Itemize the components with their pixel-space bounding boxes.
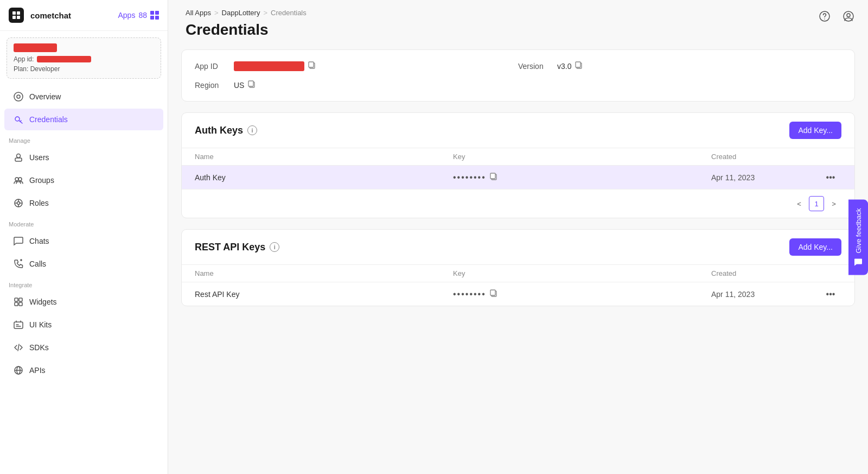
moderate-section-label: Moderate bbox=[0, 214, 168, 230]
rest-api-key-copy-button[interactable] bbox=[489, 289, 498, 299]
app-id-value-bar bbox=[37, 56, 91, 62]
sdks-icon bbox=[13, 342, 24, 353]
svg-point-11 bbox=[15, 178, 18, 181]
region-copy-button[interactable] bbox=[247, 80, 256, 90]
svg-rect-1 bbox=[17, 11, 20, 15]
sidebar-item-apis[interactable]: APIs bbox=[4, 359, 163, 381]
auth-keys-title: Auth Keys i bbox=[195, 125, 257, 136]
widgets-icon bbox=[13, 296, 24, 307]
add-rest-api-key-button[interactable]: Add Key... bbox=[789, 238, 841, 256]
sidebar-item-overview[interactable]: Overview bbox=[4, 86, 163, 108]
svg-point-33 bbox=[847, 14, 850, 17]
feedback-label: Give feedback bbox=[854, 208, 863, 253]
auth-keys-page-1-button[interactable]: 1 bbox=[809, 196, 824, 211]
calls-icon bbox=[13, 258, 24, 269]
app-id-field: App ID bbox=[195, 61, 518, 71]
auth-key-row: Auth Key •••••••• Apr 11, 2023 ••• bbox=[182, 165, 854, 189]
breadcrumb-all-apps[interactable]: All Apps bbox=[186, 9, 211, 17]
auth-key-more-button[interactable]: ••• bbox=[820, 173, 841, 182]
app-id-value bbox=[234, 61, 316, 71]
sidebar-item-uikits-label: UI Kits bbox=[29, 320, 52, 329]
rest-key-col-header: Key bbox=[453, 269, 711, 277]
sidebar-item-uikits[interactable]: UI Kits bbox=[4, 314, 163, 336]
sidebar-item-apis-label: APIs bbox=[29, 366, 46, 375]
sidebar-item-credentials-label: Credentials bbox=[29, 115, 68, 124]
version-value: v3.0 bbox=[557, 61, 583, 71]
credentials-icon bbox=[13, 114, 24, 125]
credentials-grid: App ID Version v3.0 bbox=[182, 50, 854, 101]
sidebar-item-credentials[interactable]: Credentials bbox=[4, 109, 163, 130]
sidebar-item-groups-label: Groups bbox=[29, 176, 54, 185]
sidebar-item-users[interactable]: Users bbox=[4, 147, 163, 168]
auth-key-copy-button[interactable] bbox=[489, 172, 498, 182]
auth-key-col-header: Key bbox=[453, 153, 711, 161]
svg-rect-22 bbox=[19, 298, 22, 301]
svg-rect-2 bbox=[12, 16, 16, 19]
sidebar-item-chats[interactable]: Chats bbox=[4, 230, 163, 252]
auth-keys-pagination: < 1 > bbox=[182, 189, 854, 218]
region-value: US bbox=[234, 80, 256, 90]
feedback-tab-container: Give feedback bbox=[848, 199, 868, 275]
app-id-row: App id: bbox=[14, 55, 154, 63]
app-id-copy-button[interactable] bbox=[308, 61, 316, 71]
auth-key-dots: •••••••• bbox=[453, 173, 486, 182]
rest-api-keys-header: REST API Keys i Add Key... bbox=[182, 230, 854, 264]
version-copy-button[interactable] bbox=[575, 61, 583, 71]
auth-keys-prev-button[interactable]: < bbox=[792, 196, 807, 211]
apis-icon bbox=[13, 365, 24, 376]
help-button[interactable] bbox=[816, 8, 833, 25]
rest-api-keys-title-text: REST API Keys bbox=[195, 242, 265, 253]
region-label: Region bbox=[195, 81, 227, 90]
svg-rect-25 bbox=[14, 322, 23, 328]
auth-name-col-header: Name bbox=[195, 153, 453, 161]
logo-icon bbox=[9, 8, 24, 23]
sidebar-item-sdks[interactable]: SDKs bbox=[4, 337, 163, 358]
version-text: v3.0 bbox=[557, 62, 571, 71]
breadcrumb-sep1: > bbox=[214, 9, 219, 17]
svg-point-4 bbox=[14, 92, 23, 101]
rest-api-keys-table: Name Key Created Rest API Key •••••••• bbox=[182, 264, 854, 306]
region-text: US bbox=[234, 81, 244, 90]
rest-api-key-value: •••••••• bbox=[453, 289, 711, 299]
app-info-card: App id: Plan: Developer bbox=[7, 37, 161, 79]
svg-rect-21 bbox=[15, 298, 18, 301]
svg-rect-39 bbox=[248, 81, 253, 86]
profile-button[interactable] bbox=[840, 8, 857, 25]
rest-api-keys-card: REST API Keys i Add Key... Name Key Crea… bbox=[181, 229, 855, 306]
feedback-button[interactable]: Give feedback bbox=[848, 199, 868, 275]
svg-point-10 bbox=[17, 154, 21, 158]
sidebar-item-groups[interactable]: Groups bbox=[4, 169, 163, 191]
sidebar-item-widgets[interactable]: Widgets bbox=[4, 291, 163, 313]
svg-rect-9 bbox=[15, 158, 22, 161]
auth-keys-table-header: Name Key Created bbox=[182, 148, 854, 165]
breadcrumb: All Apps > DappLottery > Credentials bbox=[168, 0, 868, 17]
credentials-info-card: App ID Version v3.0 bbox=[181, 49, 855, 102]
sidebar: cometchat Apps 88 App id: Plan: Develope… bbox=[0, 0, 168, 474]
breadcrumb-current: Credentials bbox=[271, 9, 307, 17]
svg-rect-3 bbox=[17, 16, 20, 19]
rest-api-keys-info-icon[interactable]: i bbox=[270, 242, 279, 252]
svg-rect-24 bbox=[19, 302, 22, 306]
breadcrumb-app-name[interactable]: DappLottery bbox=[222, 9, 260, 17]
auth-created-col-header: Created bbox=[711, 153, 820, 161]
nav-apps-button[interactable]: Apps 88 bbox=[118, 11, 159, 20]
svg-rect-43 bbox=[490, 290, 495, 295]
sidebar-item-chats-label: Chats bbox=[29, 237, 49, 245]
auth-keys-next-button[interactable]: > bbox=[826, 196, 841, 211]
apps-grid-icon bbox=[150, 11, 159, 20]
integrate-section-label: Integrate bbox=[0, 275, 168, 290]
auth-keys-header: Auth Keys i Add Key... bbox=[182, 113, 854, 148]
auth-keys-info-icon[interactable]: i bbox=[247, 125, 257, 135]
sidebar-item-overview-label: Overview bbox=[29, 92, 61, 101]
region-field: Region US bbox=[195, 80, 518, 90]
rest-api-key-more-button[interactable]: ••• bbox=[820, 289, 841, 299]
sidebar-item-roles[interactable]: Roles bbox=[4, 192, 163, 214]
auth-key-created: Apr 11, 2023 bbox=[711, 173, 820, 182]
svg-point-14 bbox=[17, 202, 20, 205]
sidebar-item-calls-label: Calls bbox=[29, 260, 46, 268]
sidebar-item-calls[interactable]: Calls bbox=[4, 253, 163, 275]
auth-keys-table: Name Key Created Auth Key •••••••• Apr bbox=[182, 148, 854, 189]
auth-keys-card: Auth Keys i Add Key... Name Key Created … bbox=[181, 112, 855, 218]
add-auth-key-button[interactable]: Add Key... bbox=[789, 122, 841, 139]
page-title: Credentials bbox=[168, 17, 868, 49]
